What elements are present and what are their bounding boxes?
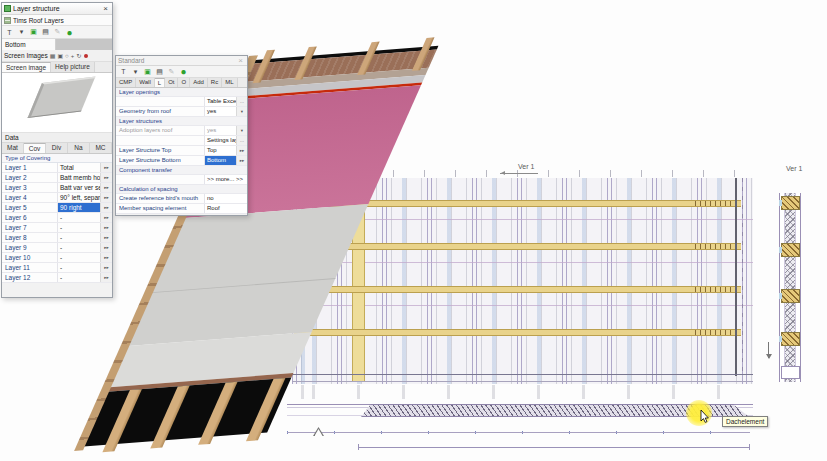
dialog-titlebar[interactable]: Standard × [116, 56, 247, 66]
layer-row-value[interactable]: - [58, 213, 100, 222]
layer-row-value[interactable]: - [58, 263, 100, 272]
camera-icon[interactable]: ▦ [50, 52, 56, 59]
expand-button[interactable]: ▸▸ [100, 243, 112, 252]
layer-row-value[interactable]: - [58, 233, 100, 242]
expand-button[interactable]: ▸▸ [100, 183, 112, 192]
tab-ml[interactable]: ML [222, 78, 237, 87]
layer-row[interactable]: Layer 12-▸▸ [2, 273, 112, 283]
bottom-section-row[interactable]: Bottom [2, 39, 112, 50]
tab-ot[interactable]: Ot [165, 78, 178, 87]
tab-screen-image[interactable]: Screen image [2, 62, 51, 72]
property-row[interactable]: >> more... >> [116, 175, 247, 185]
property-row[interactable]: Settings layer t...… [116, 136, 247, 146]
save-icon[interactable]: ▤ [41, 27, 50, 37]
edit-icon[interactable]: ✎ [167, 67, 176, 77]
expand-button[interactable]: ▸▸ [100, 203, 112, 212]
property-value[interactable]: no [204, 194, 247, 203]
layer-row-value[interactable]: Batt var ver se... [58, 183, 100, 192]
property-value[interactable]: >> more... >> [204, 175, 247, 184]
expand-button[interactable]: ▸▸ [100, 173, 112, 182]
expand-button[interactable]: ▸▸ [100, 253, 112, 262]
layer-row[interactable]: Layer 9-▸▸ [2, 243, 112, 253]
section-ver1-right[interactable] [779, 193, 801, 382]
tab-rc[interactable]: Rc [208, 78, 222, 87]
dropdown-button[interactable]: ▾ [236, 126, 247, 135]
chevron-down-icon[interactable]: ▾ [17, 27, 26, 37]
property-row[interactable]: Layer Structure TopTop▸▸ [116, 146, 247, 156]
tab-cmp[interactable]: CMP [116, 78, 136, 87]
ellipsis-button[interactable]: … [236, 136, 247, 145]
property-value[interactable]: yes [204, 126, 236, 135]
dialog-titlebar[interactable]: Layer structure × [2, 3, 112, 15]
expand-button[interactable]: ▸▸ [100, 163, 112, 172]
expand-button[interactable]: ▸▸ [100, 273, 112, 282]
layer-row-value[interactable]: - [58, 223, 100, 232]
save-icon[interactable]: ▤ [155, 67, 164, 77]
layer-row[interactable]: Layer 490° left, separa...▸▸ [2, 193, 112, 203]
open-icon[interactable]: ▣ [143, 67, 152, 77]
expand-button[interactable]: ▸▸ [100, 193, 112, 202]
pin-icon[interactable] [84, 54, 88, 58]
preset-select[interactable]: Tims Roof Layers [2, 15, 112, 26]
layer-row[interactable]: Layer 11-▸▸ [2, 263, 112, 273]
dropdown-button[interactable]: ▾ [236, 107, 247, 116]
data-tab-div[interactable]: Div [46, 143, 68, 153]
property-row[interactable]: Table Excess E...… [116, 97, 247, 107]
preset-icon[interactable]: T [119, 67, 128, 77]
property-value[interactable]: Settings layer t... [204, 136, 236, 145]
layer-row-value[interactable]: Total [58, 163, 100, 172]
layer-row-value[interactable]: - [58, 243, 100, 252]
layer-row-value[interactable]: 90 right [58, 203, 100, 212]
layer-row[interactable]: Layer 590 right▸▸ [2, 203, 112, 213]
edit-icon[interactable]: ✎ [53, 27, 62, 37]
zoom-icon[interactable]: ○ [65, 53, 69, 59]
rotate-icon[interactable]: ↻ [76, 52, 81, 59]
property-value[interactable]: Top [204, 146, 236, 155]
expand-button[interactable]: ▸▸ [100, 213, 112, 222]
expand-button[interactable]: ▸▸ [100, 263, 112, 272]
layer-row[interactable]: Layer 6-▸▸ [2, 213, 112, 223]
property-value[interactable]: yes [204, 107, 236, 116]
tab-o[interactable]: O [178, 78, 190, 87]
layer-row-value[interactable]: - [58, 273, 100, 282]
close-icon[interactable]: × [236, 57, 245, 65]
preset-icon[interactable]: T [5, 27, 14, 37]
data-tab-mc[interactable]: MC [90, 143, 112, 153]
layer-row-value[interactable]: Batt memb hori [58, 173, 100, 182]
layer-row[interactable]: Layer 8-▸▸ [2, 233, 112, 243]
pan-icon[interactable]: + [71, 53, 75, 59]
layer-row-value[interactable]: 90° left, separa... [58, 193, 100, 202]
section-hor1[interactable] [287, 404, 753, 417]
property-row[interactable]: Layer Structure BottomBottom▸▸ [116, 156, 247, 166]
screen-image-preview[interactable] [2, 73, 112, 133]
image-icon[interactable]: ▣ [57, 52, 63, 59]
data-tab-mat[interactable]: Mat [2, 143, 24, 153]
expand-button[interactable]: ▸▸ [236, 156, 247, 165]
property-value[interactable]: Bottom [204, 156, 236, 165]
tab-add[interactable]: Add [190, 78, 208, 87]
tab-help-picture[interactable]: Help picture [51, 62, 95, 72]
chevron-down-icon[interactable]: ▾ [131, 67, 140, 77]
tab-wall[interactable]: Wall [136, 78, 154, 87]
property-value[interactable]: Table Excess E... [204, 97, 236, 106]
expand-button[interactable]: ▸▸ [100, 233, 112, 242]
apply-icon[interactable]: ● [65, 27, 74, 37]
property-row[interactable]: Adoption layers roofyes▾ [116, 126, 247, 136]
property-row[interactable]: Member spacing elementRoof [116, 204, 247, 214]
tab-l[interactable]: L [155, 78, 165, 87]
layer-row[interactable]: Layer 10-▸▸ [2, 253, 112, 263]
layer-row[interactable]: Layer 7-▸▸ [2, 223, 112, 233]
layer-row[interactable]: Layer 1Total▸▸ [2, 163, 112, 173]
close-icon[interactable]: × [101, 5, 110, 13]
expand-button[interactable]: ▸▸ [236, 146, 247, 155]
property-row[interactable]: Geometry from roofyes▾ [116, 107, 247, 117]
open-icon[interactable]: ▣ [29, 27, 38, 37]
data-tab-cov[interactable]: Cov [24, 143, 46, 153]
expand-button[interactable]: ▸▸ [100, 223, 112, 232]
ellipsis-button[interactable]: … [236, 97, 247, 106]
apply-icon[interactable]: ● [179, 67, 188, 77]
layer-row[interactable]: Layer 2Batt memb hori▸▸ [2, 173, 112, 183]
layer-row[interactable]: Layer 3Batt var ver se...▸▸ [2, 183, 112, 193]
layer-row-value[interactable]: - [58, 253, 100, 262]
property-value[interactable]: Roof [204, 204, 247, 213]
